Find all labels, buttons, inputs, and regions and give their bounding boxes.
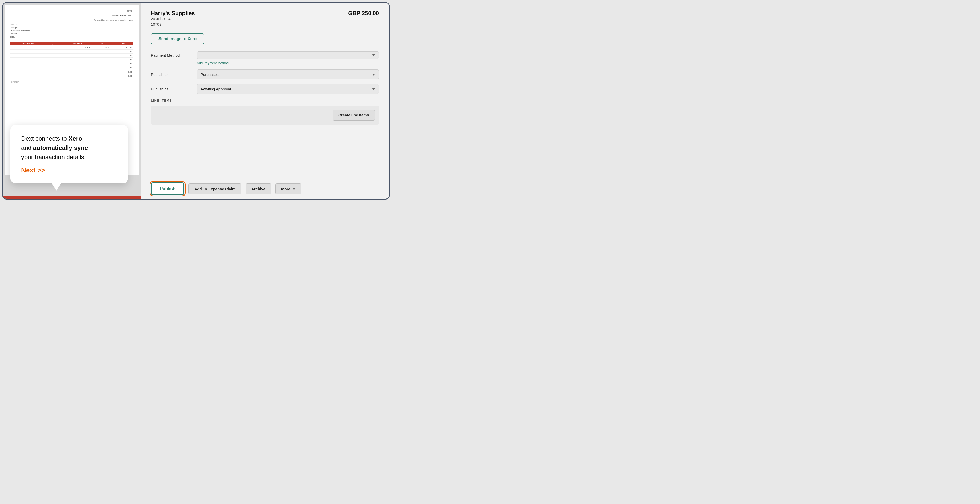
line-items-title: LINE ITEMS	[151, 99, 379, 102]
table-row: 0.00	[10, 74, 134, 78]
next-button[interactable]: Next >>	[21, 166, 117, 174]
table-row: 0.00	[10, 70, 134, 74]
publish-as-value: Awaiting Approval	[200, 87, 231, 91]
publish-to-row: Publish to Purchases	[151, 70, 379, 80]
table-row: 0.00	[10, 54, 134, 58]
publish-as-label: Publish as	[151, 87, 197, 91]
col-qty: QTY	[46, 41, 62, 45]
send-xero-button[interactable]: Send image to Xero	[151, 33, 204, 44]
main-frame: 20/7/24 INVOICE NO. 10702 Payment terms …	[2, 2, 390, 199]
payment-method-dropdown[interactable]	[197, 51, 379, 59]
detail-header: Harry's Supplies 20 Jul 2024 10702 GBP 2…	[151, 10, 379, 32]
col-vat: VAT	[92, 41, 111, 45]
publish-as-dropdown[interactable]: Awaiting Approval	[197, 84, 379, 94]
invoice-table: DESCRIPTION QTY UNIT PRICE VAT TOTAL 1 2…	[10, 41, 134, 78]
ship-to-section: SHIP TO Orange AI Shoreditch Techspace L…	[10, 24, 134, 38]
ship-to-address: Orange AI Shoreditch Techspace London EC…	[10, 26, 134, 38]
table-row: 0.00	[10, 58, 134, 62]
col-unit-price: UNIT PRICE	[62, 41, 92, 45]
more-button[interactable]: More	[275, 183, 301, 195]
chevron-down-icon	[372, 88, 375, 90]
table-row: 0.00	[10, 62, 134, 66]
invoice-amount: GBP 250.00	[348, 10, 379, 17]
invoice-ref-display: 10702	[151, 22, 195, 26]
add-expense-button[interactable]: Add To Expense Claim	[188, 183, 241, 195]
detail-panel: Harry's Supplies 20 Jul 2024 10702 GBP 2…	[141, 3, 389, 199]
payment-terms: Payment terms 14 days from receipt of in…	[10, 19, 134, 21]
table-row: 1 208.40 41.60 250.00	[10, 45, 134, 49]
table-row: 0.00	[10, 66, 134, 70]
invoice-bottom-bar	[3, 196, 141, 199]
table-row: 0.00	[10, 49, 134, 54]
payment-method-label: Payment Method	[151, 53, 197, 57]
tooltip-bubble: Dext connects to Xero, and automatically…	[11, 125, 128, 183]
publish-to-dropdown[interactable]: Purchases	[197, 70, 379, 80]
supplier-name: Harry's Supplies	[151, 10, 195, 17]
create-line-items-button[interactable]: Create line items	[332, 110, 375, 121]
remarks-label: Remarks /	[10, 81, 134, 83]
tooltip-text: Dext connects to Xero, and automatically…	[21, 134, 117, 162]
publish-as-row: Publish as Awaiting Approval	[151, 84, 379, 94]
line-items-area: Create line items	[151, 105, 379, 124]
col-total: TOTAL	[111, 41, 134, 45]
chevron-down-icon	[293, 188, 296, 190]
invoice-date-display: 20 Jul 2024	[151, 17, 195, 21]
invoice-date: 20/7/24	[10, 10, 134, 12]
archive-button[interactable]: Archive	[245, 183, 271, 195]
invoice-preview-panel: 20/7/24 INVOICE NO. 10702 Payment terms …	[3, 3, 141, 199]
chevron-down-icon	[372, 73, 375, 76]
col-description: DESCRIPTION	[10, 41, 46, 45]
chevron-down-icon	[372, 54, 375, 56]
ship-to-label: SHIP TO	[10, 24, 134, 26]
more-label: More	[281, 187, 290, 191]
invoice-number-label: INVOICE NO. 10702	[10, 14, 134, 17]
add-payment-method-link[interactable]: Add Payment Method	[197, 61, 379, 65]
publish-to-value: Purchases	[200, 72, 219, 77]
publish-to-label: Publish to	[151, 72, 197, 77]
payment-method-row: Payment Method	[151, 51, 379, 59]
action-bar: Publish Add To Expense Claim Archive Mor…	[141, 179, 389, 199]
publish-button[interactable]: Publish	[151, 182, 184, 195]
